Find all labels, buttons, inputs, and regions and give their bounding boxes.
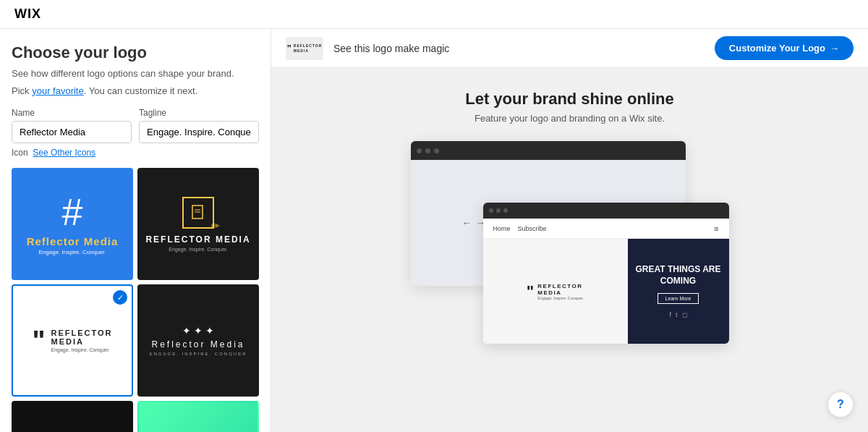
preview-content: Let your brand shine online Feature your… (271, 68, 868, 432)
wix-logo: WIX (14, 7, 41, 22)
browser-dot-2 (425, 148, 430, 153)
choose-title: Choose your logo (12, 43, 259, 62)
ornament-icon: ✦ ✦ ✦ (182, 325, 214, 336)
instagram-icon: ◻ (682, 311, 687, 318)
card1-brand-name: Reflector Media (27, 235, 119, 247)
name-input[interactable] (12, 121, 132, 143)
selected-check-badge: ✓ (113, 290, 127, 305)
site-body-right: GREAT THINGS ARE COMING Learn More f t ◻ (628, 239, 729, 344)
main-layout: Choose your logo See how different logo … (0, 29, 868, 432)
site-nav-links: Home Subscribe (493, 225, 547, 232)
site-dot-2 (496, 208, 501, 213)
logo-card-dark-serif[interactable]: ✦ ✦ ✦ Reflector Media ENGAGE. INSPIRE. C… (137, 284, 259, 397)
card4-brand-name: Reflector Media (151, 339, 244, 350)
card2-brand-name: REFLECTOR MEDIA (145, 234, 250, 245)
hash-icon: # (62, 193, 83, 231)
icon-row: Icon See Other Icons (12, 148, 259, 158)
left-panel: Choose your logo See how different logo … (0, 29, 271, 432)
browser-dot-3 (434, 148, 439, 153)
card3-brand-tagline: Engage. Inspire. Conquer. (51, 347, 113, 352)
card4-brand-tagline: ENGAGE. INSPIRE. CONQUER (149, 352, 247, 356)
quote-icon: " (32, 327, 45, 355)
logo-card-dark-yellow[interactable]: ✏ REFLECTOR MEDIA Engage. Inspire. Conqu… (137, 168, 259, 280)
hamburger-icon: ≡ (714, 224, 718, 233)
right-panel: " REFLECTORMEDIA See this logo make magi… (271, 29, 868, 432)
preview-header-text: See this logo make magic (333, 43, 705, 54)
promo-title: Let your brand shine online (465, 90, 673, 109)
browser-mockup: ← → ↺ www.yourbrand.com → (411, 141, 729, 344)
site-body: " REFLECTORMEDIA Engage. Inspire. Conque… (483, 239, 729, 344)
promo-sub: Feature your logo and branding on a Wix … (475, 113, 665, 124)
site-dot-3 (503, 208, 508, 213)
logo-card-white-quote[interactable]: ✓ " REFLECTORMEDIA Engage. Inspire. Conq… (12, 284, 133, 397)
coming-soon-text: GREAT THINGS ARE COMING (635, 264, 722, 287)
logo-card-dark-solid[interactable] (12, 401, 133, 432)
site-body-left: " REFLECTORMEDIA Engage. Inspire. Conque… (483, 239, 628, 344)
site-nav-home: Home (493, 225, 511, 232)
site-logo-text: REFLECTORMEDIA Engage. Inspire. Conquer. (537, 283, 584, 300)
back-icon: ← (462, 217, 472, 229)
logo-card-blue[interactable]: # Reflector Media Engage. Inspire. Conqu… (12, 168, 133, 280)
see-other-icons-link[interactable]: See Other Icons (33, 148, 95, 158)
your-favorite-link[interactable]: your favorite (32, 85, 84, 96)
site-mockup: Home Subscribe ≡ " REFLECTORMEDIA Engage… (483, 203, 729, 344)
preview-header: " REFLECTORMEDIA See this logo make magi… (271, 29, 868, 68)
learn-more-button[interactable]: Learn More (658, 293, 699, 304)
choose-subtitle1: See how different logo options can shape… (12, 67, 259, 81)
browser-bar (411, 141, 686, 160)
site-nav-subscribe: Subscribe (518, 225, 547, 232)
choose-subtitle2: Pick your favorite. You can customize it… (12, 84, 259, 98)
tagline-label: Tagline (139, 108, 259, 118)
site-logo-area: " REFLECTORMEDIA Engage. Inspire. Conque… (527, 282, 584, 301)
browser-dot-1 (417, 148, 422, 153)
help-button[interactable]: ? (827, 391, 854, 418)
preview-logo-text: REFLECTORMEDIA (294, 43, 322, 53)
fields-row: Name Tagline (12, 108, 259, 143)
card3-brand-name: REFLECTORMEDIA (51, 329, 113, 346)
site-logo-quote: " (527, 282, 534, 301)
top-bar: WIX (0, 0, 868, 29)
twitter-icon: t (676, 311, 678, 318)
card3-brand-block: REFLECTORMEDIA Engage. Inspire. Conquer. (51, 329, 113, 352)
name-field-group: Name (12, 108, 132, 143)
site-dot-1 (489, 208, 493, 213)
logo-card-teal[interactable] (137, 401, 259, 432)
customize-logo-button[interactable]: Customize Your Logo → (715, 36, 854, 60)
preview-logo-thumb: " REFLECTORMEDIA (286, 37, 323, 60)
tagline-input[interactable] (139, 121, 259, 143)
facebook-icon: f (669, 311, 671, 318)
tagline-field-group: Tagline (139, 108, 259, 143)
doc-icon: ✏ (182, 197, 214, 229)
site-bar (483, 203, 729, 219)
preview-quote-icon: " (287, 43, 292, 54)
name-label: Name (12, 108, 132, 118)
card2-brand-tagline: Engage. Inspire. Conquer. (169, 247, 227, 252)
logo-grid: # Reflector Media Engage. Inspire. Conqu… (12, 168, 259, 432)
site-nav: Home Subscribe ≡ (483, 219, 729, 239)
arrow-right-icon: → (830, 43, 839, 54)
card1-brand-tagline: Engage. Inspire. Conquer. (39, 249, 106, 255)
social-icons: f t ◻ (669, 311, 686, 318)
